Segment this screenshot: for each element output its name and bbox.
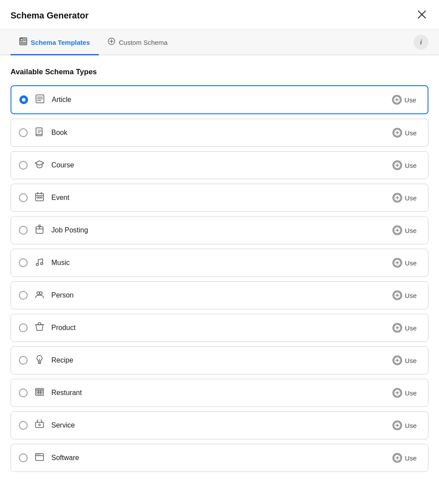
use-book-button[interactable]: Use [389,126,420,139]
schema-item-music[interactable]: Music Use [11,249,428,277]
use-book-icon [392,128,402,138]
svg-rect-3 [21,39,23,41]
schema-item-book[interactable]: Book Use [11,119,428,147]
radio-course[interactable] [19,161,28,170]
close-button[interactable] [415,8,428,23]
software-icon [34,452,45,464]
course-icon [34,160,45,171]
use-recipe-label: Use [405,357,417,364]
schema-event-name: Event [51,194,69,202]
schema-item-event[interactable]: Event Use [11,184,428,212]
use-person-button[interactable]: Use [389,289,420,302]
person-icon [34,290,45,301]
product-icon [34,322,45,334]
svg-rect-33 [37,197,38,198]
svg-point-50 [40,292,42,294]
radio-job-posting[interactable] [19,226,28,235]
schema-item-recipe-left: Recipe [19,355,73,366]
job-posting-icon [34,225,45,236]
use-job-posting-label: Use [405,227,417,234]
svg-point-39 [39,225,40,227]
use-job-posting-button[interactable]: Use [389,224,420,237]
schema-item-article-left: Article [19,94,71,106]
info-button[interactable]: i [414,35,428,50]
schema-software-name: Software [51,454,79,462]
tab-schema-templates-label: Schema Templates [31,39,90,46]
schema-item-job-posting-left: Job Posting [19,225,88,236]
info-icon: i [420,39,422,46]
schema-music-name: Music [51,259,70,267]
use-software-icon [392,453,402,463]
use-music-button[interactable]: Use [389,256,420,269]
schema-item-person[interactable]: Person Use [11,281,428,309]
plus-circle-icon [108,37,115,47]
svg-point-73 [39,424,40,426]
tab-custom-schema-label: Custom Schema [119,39,168,46]
use-music-icon [392,258,402,268]
tab-custom-schema[interactable]: Custom Schema [99,29,176,55]
schema-item-article[interactable]: Article Use [11,85,428,114]
schema-item-resturant[interactable]: Resturant Use [11,379,428,407]
radio-software[interactable] [19,453,28,462]
schema-item-event-left: Event [19,192,69,204]
tabs-left: Schema Templates Custom Schema [11,29,176,54]
use-service-icon [392,421,402,430]
svg-rect-64 [40,390,42,392]
use-service-label: Use [405,422,417,429]
radio-music[interactable] [19,258,28,267]
use-product-button[interactable]: Use [389,321,420,334]
radio-event[interactable] [19,193,28,202]
schema-resturant-name: Resturant [51,389,82,397]
schema-item-course[interactable]: Course Use [11,151,428,179]
use-course-button[interactable]: Use [389,159,420,172]
dialog-header: Schema Generator [0,0,439,29]
schema-item-recipe[interactable]: Recipe Use [11,346,428,374]
schema-item-product[interactable]: Product Use [11,314,428,342]
restaurant-icon [34,387,45,399]
use-event-button[interactable]: Use [389,191,420,204]
close-icon [417,10,427,19]
schema-product-name: Product [51,324,76,332]
schema-recipe-name: Recipe [51,356,73,364]
schema-person-name: Person [51,291,74,299]
music-icon [34,257,45,269]
schema-job-posting-name: Job Posting [51,226,88,234]
use-software-button[interactable]: Use [389,451,420,464]
schema-item-music-left: Music [19,257,70,269]
radio-product[interactable] [19,323,28,332]
use-article-label: Use [404,96,416,104]
use-music-label: Use [405,259,417,267]
radio-book[interactable] [19,128,28,137]
use-resturant-button[interactable]: Use [389,386,420,399]
svg-rect-35 [41,197,42,198]
schema-item-service[interactable]: Service Use [11,411,428,439]
use-product-icon [392,323,402,333]
svg-point-81 [40,454,40,455]
radio-person[interactable] [19,291,28,300]
article-icon [34,94,46,106]
recipe-icon [34,355,45,366]
template-icon [19,37,27,47]
radio-service[interactable] [19,421,28,430]
use-recipe-button[interactable]: Use [389,354,420,367]
use-article-button[interactable]: Use [389,93,420,106]
radio-article[interactable] [19,95,28,104]
use-service-button[interactable]: Use [389,419,420,432]
dialog-title: Schema Generator [11,11,89,21]
radio-resturant[interactable] [19,388,28,397]
main-content: Available Schema Types Article [0,55,439,482]
use-book-label: Use [405,129,417,137]
schema-item-software[interactable]: Software Use [11,444,428,472]
tab-schema-templates[interactable]: Schema Templates [11,29,99,55]
use-person-label: Use [405,292,417,299]
use-article-icon [392,95,402,105]
schema-item-job-posting[interactable]: Job Posting Use [11,216,428,244]
use-event-icon [392,193,402,203]
schema-item-resturant-left: Resturant [19,387,82,399]
svg-point-45 [41,262,43,265]
use-resturant-icon [392,388,402,398]
schema-item-course-left: Course [19,160,74,171]
radio-recipe[interactable] [19,356,28,365]
use-resturant-label: Use [405,389,417,397]
svg-point-44 [36,263,39,265]
